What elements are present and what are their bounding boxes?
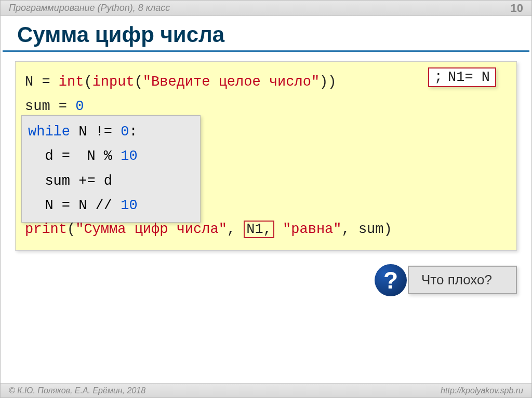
while-line-2: d = N % 10	[28, 144, 194, 169]
header-bar: Программирование (Python), 8 класс 10	[1, 1, 531, 16]
while-line-1: while N != 0:	[28, 120, 194, 144]
while-line-3: sum += d	[28, 169, 194, 194]
question-text: Что плохо?	[408, 266, 517, 294]
code-box-while: while N != 0: d = N % 10 sum += d N = N …	[21, 115, 201, 223]
footer-copyright: © К.Ю. Поляков, Е.А. Ерёмин, 2018	[9, 386, 145, 395]
highlight-n1: N1,	[244, 221, 274, 238]
header-subject: Программирование (Python), 8 класс	[9, 3, 170, 13]
page-number: 10	[511, 2, 523, 15]
slide-title: Сумма цифр числа	[3, 16, 529, 52]
footer-bar: © К.Ю. Поляков, Е.А. Ерёмин, 2018 http:/…	[1, 383, 531, 397]
code-area: N = int(input("Введите целое число")) su…	[15, 61, 517, 251]
while-line-4: N = N // 10	[28, 194, 194, 218]
question-row: ? Что плохо?	[1, 264, 517, 296]
slide: Программирование (Python), 8 класс 10 Су…	[0, 0, 532, 398]
question-mark-icon: ?	[375, 264, 407, 296]
overlay-n1-assign: ;N1= N	[428, 67, 496, 87]
footer-url: http://kpolyakov.spb.ru	[441, 386, 523, 395]
